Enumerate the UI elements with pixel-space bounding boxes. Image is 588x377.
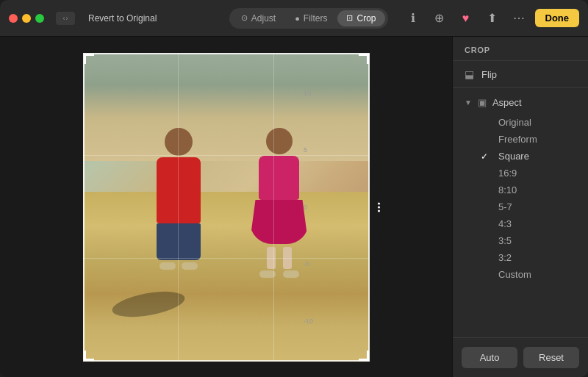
ruler: 10 5 0 -5 -10 xyxy=(304,90,316,325)
tab-filters-label: Filters xyxy=(304,13,328,24)
more-button[interactable]: ⋯ xyxy=(509,8,529,29)
aspect-item-3-2[interactable]: 3:2 xyxy=(453,249,588,266)
aspect-section: ▼ ▣ Aspect Original Freeform ✓ Square xyxy=(453,88,588,289)
aspect-label-custom: Custom xyxy=(498,269,531,280)
boy-shoes xyxy=(146,262,212,270)
boy-body xyxy=(157,157,201,223)
revert-button[interactable]: Revert to Original xyxy=(88,13,157,24)
back-arrow-icon: ‹ xyxy=(63,15,65,22)
photo-area[interactable]: 10 5 0 -5 -10 xyxy=(0,37,452,377)
aspect-label-square: Square xyxy=(498,151,529,162)
ruler-handle[interactable] xyxy=(378,202,380,212)
ruler-label-n10: -10 xyxy=(304,317,313,325)
adjust-icon: ⊙ xyxy=(241,13,248,23)
boy-figure xyxy=(146,128,212,275)
chevron-down-icon: ▼ xyxy=(465,98,472,107)
reset-button[interactable]: Reset xyxy=(523,347,579,368)
toolbar-right: ℹ ⊕ ♥ ⬆ ⋯ Done xyxy=(403,8,580,29)
tab-crop[interactable]: ⊡ Crop xyxy=(337,10,384,26)
girl-shoe-right xyxy=(283,270,299,278)
check-square: ✓ xyxy=(481,151,492,162)
share-button[interactable]: ⊕ xyxy=(429,8,450,29)
girl-body xyxy=(259,156,299,200)
photo-ground xyxy=(83,192,370,362)
aspect-item-custom[interactable]: Custom xyxy=(453,266,588,283)
aspect-label-5-7: 5-7 xyxy=(498,201,512,212)
crop-icon: ⊡ xyxy=(346,13,353,23)
handle-dot-3 xyxy=(378,209,380,212)
girl-figure xyxy=(246,128,312,275)
ruler-label-0: 0 xyxy=(304,204,307,211)
aspect-item-freeform[interactable]: Freeform xyxy=(453,131,588,148)
boy-shoe-right xyxy=(182,262,198,270)
photo-frame xyxy=(83,53,370,362)
girl-leg-left xyxy=(267,247,276,269)
ruler-label-n5: -5 xyxy=(304,260,309,268)
close-button[interactable] xyxy=(9,14,18,23)
girl-shoes xyxy=(246,270,312,278)
maximize-button[interactable] xyxy=(35,14,44,23)
ruler-label-10: 10 xyxy=(304,90,311,97)
aspect-item-16-9[interactable]: 16:9 xyxy=(453,165,588,182)
forward-arrow-icon: › xyxy=(66,15,68,22)
info-button[interactable]: ℹ xyxy=(403,8,423,29)
title-bar: ‹ › Revert to Original ⊙ Adjust ● Filter… xyxy=(0,0,588,37)
boy-pants xyxy=(157,223,201,260)
aspect-label-8-10: 8:10 xyxy=(498,184,517,195)
aspect-item-4-3[interactable]: 4:3 xyxy=(453,215,588,232)
panel-bottom: Auto Reset xyxy=(453,337,588,377)
aspect-header[interactable]: ▼ ▣ Aspect xyxy=(453,93,588,112)
handle-dot-2 xyxy=(378,206,380,208)
aspect-item-8-10[interactable]: 8:10 xyxy=(453,182,588,198)
aspect-label-3-5: 3:5 xyxy=(498,235,512,246)
traffic-lights xyxy=(9,14,44,23)
nav-arrows[interactable]: ‹ › xyxy=(56,12,75,25)
aspect-items: Original Freeform ✓ Square 16:9 8:10 xyxy=(453,112,588,284)
ruler-label-5: 5 xyxy=(304,146,307,154)
aspect-label-16-9: 16:9 xyxy=(498,168,517,179)
girl-shoe-left xyxy=(259,270,276,278)
tab-filters[interactable]: ● Filters xyxy=(286,10,336,26)
photo-container xyxy=(83,53,370,362)
main-content: 10 5 0 -5 -10 CROP ⬓ Flip ▼ ▣ Aspect xyxy=(0,37,588,377)
boy-head xyxy=(165,128,193,156)
girl-leg-right xyxy=(283,247,292,269)
aspect-label-4-3: 4:3 xyxy=(498,218,512,229)
aspect-item-3-5[interactable]: 3:5 xyxy=(453,232,588,249)
aspect-label-3-2: 3:2 xyxy=(498,252,512,263)
photo-background-top xyxy=(83,53,370,161)
tab-crop-label: Crop xyxy=(356,13,376,24)
handle-dots xyxy=(378,202,380,212)
flip-section[interactable]: ⬓ Flip xyxy=(453,61,588,87)
aspect-label-original: Original xyxy=(498,117,531,128)
aspect-label-freeform: Freeform xyxy=(498,134,537,145)
aspect-item-original[interactable]: Original xyxy=(453,114,588,131)
tab-adjust-label: Adjust xyxy=(251,13,276,24)
flip-label: Flip xyxy=(481,69,497,80)
filters-icon: ● xyxy=(295,14,300,23)
flip-icon: ⬓ xyxy=(465,68,474,80)
right-panel: CROP ⬓ Flip ▼ ▣ Aspect Original Fre xyxy=(452,37,588,377)
minimize-button[interactable] xyxy=(22,14,31,23)
photo-background xyxy=(83,53,370,362)
girl-skirt xyxy=(250,200,309,244)
export-button[interactable]: ⬆ xyxy=(482,8,503,29)
boy-shoe-left xyxy=(159,262,176,270)
handle-dot-1 xyxy=(378,202,380,204)
girl-head xyxy=(266,128,293,154)
tab-adjust[interactable]: ⊙ Adjust xyxy=(232,10,284,26)
aspect-icon: ▣ xyxy=(478,97,487,108)
done-button[interactable]: Done xyxy=(535,9,580,27)
favorite-button[interactable]: ♥ xyxy=(456,8,476,29)
panel-header: CROP xyxy=(453,37,588,60)
aspect-item-5-7[interactable]: 5-7 xyxy=(453,198,588,215)
auto-button[interactable]: Auto xyxy=(462,347,517,368)
aspect-item-square[interactable]: ✓ Square xyxy=(453,148,588,165)
girl-legs xyxy=(246,247,312,269)
toolbar-tabs: ⊙ Adjust ● Filters ⊡ Crop xyxy=(229,8,388,29)
aspect-label: Aspect xyxy=(492,97,522,108)
